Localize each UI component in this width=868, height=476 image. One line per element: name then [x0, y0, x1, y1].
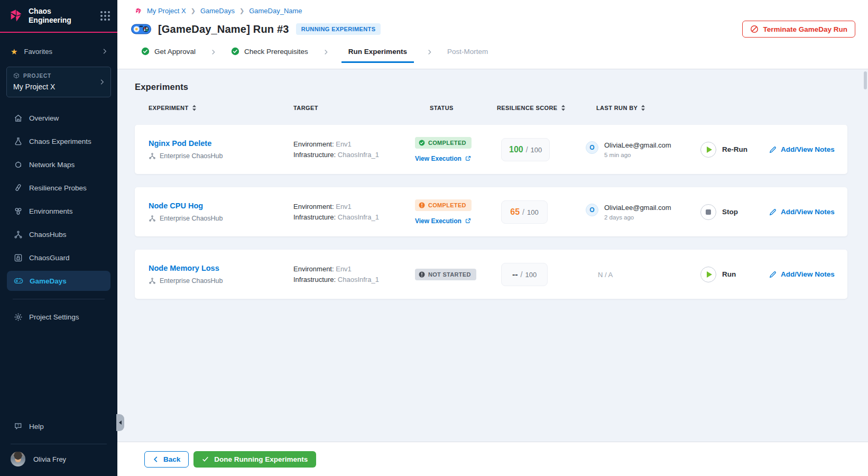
sort-icon[interactable]: [561, 105, 566, 111]
breadcrumb-project[interactable]: My Project X: [147, 7, 186, 15]
chevron-right-icon: ❯: [239, 7, 244, 14]
title-row: [GameDay_Name] Run #3 RUNNING EXPERIMENT…: [131, 21, 855, 38]
environment-value: Env1: [336, 265, 352, 273]
score-cell: 65 / 100: [501, 200, 586, 224]
experiment-row: Node Memory Loss Enterprise ChaosHub Env…: [135, 250, 847, 299]
user-profile[interactable]: Olivia Frey: [0, 444, 117, 476]
app-brand: Chaos Engineering: [0, 0, 117, 33]
flask-icon: [14, 137, 23, 146]
column-resilience-score: RESILIENCE SCORE: [497, 105, 586, 111]
probe-icon: [14, 184, 23, 193]
hub-icon: [149, 215, 156, 222]
sidebar-item-favorites[interactable]: ★ Favorites: [0, 45, 117, 57]
stop-icon: [706, 209, 711, 215]
footer-bar: Back Done Running Experiments: [117, 442, 868, 476]
project-selector[interactable]: PROJECT My Project X: [6, 67, 111, 97]
column-status: STATUS: [415, 105, 501, 111]
add-view-notes-link[interactable]: Add/View Notes: [769, 145, 847, 153]
environments-icon: [14, 207, 23, 216]
resilience-score-box: -- / 100: [501, 263, 548, 286]
step-post-mortem[interactable]: Post-Mortem: [445, 48, 490, 63]
sidebar-item-help[interactable]: ? Help: [7, 416, 110, 436]
sidebar-item-chaoshubs[interactable]: ChaosHubs: [7, 224, 110, 244]
sidebar-item-environments[interactable]: Environments: [7, 201, 110, 221]
favorites-label: Favorites: [24, 48, 52, 56]
chevron-right-icon: ❯: [191, 7, 196, 14]
module-grid-icon[interactable]: [100, 11, 110, 21]
add-view-notes-link[interactable]: Add/View Notes: [769, 208, 847, 216]
sidebar-item-resilience-probes[interactable]: Resilience Probes: [7, 178, 110, 198]
experiment-name-link[interactable]: Node CPU Hog: [149, 202, 293, 210]
run-time: 2 days ago: [604, 214, 671, 221]
last-run-by-cell: N / A: [586, 270, 700, 279]
pen-icon: [769, 271, 777, 278]
gear-icon: [14, 313, 23, 322]
chevron-right-icon: [98, 78, 106, 86]
experiment-name-link[interactable]: Node Memory Loss: [149, 264, 293, 272]
info-circle-icon: [419, 271, 425, 278]
chaos-mini-logo-icon: [135, 7, 142, 15]
view-execution-link[interactable]: View Execution: [415, 217, 501, 225]
sidebar-collapse-handle[interactable]: [116, 414, 124, 431]
run-stepper: Get Approval Check Prerequisites Run Exp…: [139, 45, 855, 63]
step-get-approval[interactable]: Get Approval: [139, 47, 198, 63]
back-button[interactable]: Back: [144, 451, 189, 468]
sidebar-item-overview[interactable]: Overview: [7, 108, 110, 128]
sort-icon[interactable]: [641, 105, 645, 111]
breadcrumb-gameday-name[interactable]: GameDay_Name: [249, 7, 302, 15]
cube-icon: [13, 72, 20, 79]
last-run-by-cell: O OliviaLee@gmail.com 5 min ago: [586, 141, 700, 158]
sidebar-item-project-settings[interactable]: Project Settings: [7, 307, 110, 327]
rerun-button[interactable]: [700, 142, 716, 158]
experiment-row: Nginx Pod Delete Enterprise ChaosHub Env…: [135, 125, 847, 174]
sidebar-item-gamedays[interactable]: GameDays: [7, 271, 110, 291]
infrastructure-value: ChaosInfra_1: [338, 151, 379, 159]
experiments-section: Experiments EXPERIMENT TARGET STATUS RES…: [117, 69, 868, 442]
check-circle-icon: [231, 47, 239, 56]
section-heading: Experiments: [135, 82, 868, 92]
star-icon: ★: [11, 48, 17, 56]
run-by-email: OliviaLee@gmail.com: [604, 204, 671, 212]
chevron-right-icon: [210, 49, 217, 56]
sidebar-item-chaos-experiments[interactable]: Chaos Experiments: [7, 131, 110, 151]
resilience-score-box: 100 / 100: [501, 138, 550, 161]
add-view-notes-link[interactable]: Add/View Notes: [769, 270, 847, 278]
scrollbar-thumb[interactable]: [864, 71, 867, 89]
not-available-text: N / A: [586, 271, 613, 279]
external-link-icon: [465, 218, 471, 224]
terminate-gameday-run-button[interactable]: Terminate GameDay Run: [742, 21, 855, 38]
experiment-cell: Nginx Pod Delete Enterprise ChaosHub: [149, 139, 293, 160]
done-running-experiments-button[interactable]: Done Running Experiments: [193, 451, 316, 468]
avatar: O: [586, 141, 598, 154]
infrastructure-value: ChaosInfra_1: [338, 276, 379, 283]
column-experiment: EXPERIMENT: [149, 105, 293, 111]
stop-button[interactable]: [700, 204, 716, 220]
sidebar-nav: Overview Chaos Experiments Network Maps …: [0, 108, 117, 291]
experiment-name-link[interactable]: Nginx Pod Delete: [149, 139, 293, 148]
run-button[interactable]: [700, 267, 716, 282]
status-cell: COMPLETED View Execution: [415, 137, 501, 162]
help-chat-icon: ?: [14, 422, 23, 431]
sort-icon[interactable]: [192, 105, 197, 111]
step-run-experiments[interactable]: Run Experiments: [341, 48, 414, 63]
resilience-score-box: 65 / 100: [501, 200, 548, 224]
chevron-right-icon: [426, 49, 433, 56]
sidebar: Chaos Engineering ★ Favorites PROJECT My…: [0, 0, 117, 476]
user-avatar: [11, 452, 25, 466]
run-time: 5 min ago: [604, 152, 671, 158]
external-link-icon: [465, 155, 471, 161]
step-check-prerequisites[interactable]: Check Prerequisites: [229, 47, 310, 63]
action-cell: Run: [700, 267, 769, 282]
hub-name: Enterprise ChaosHub: [160, 152, 223, 160]
view-execution-link[interactable]: View Execution: [415, 155, 501, 162]
gamepad-icon: [14, 276, 23, 286]
target-cell: Environment: Env1 Infrastructure: ChaosI…: [293, 264, 415, 285]
play-icon: [707, 147, 712, 153]
hub-name: Enterprise ChaosHub: [160, 215, 223, 222]
sidebar-item-network-maps[interactable]: Network Maps: [7, 154, 110, 175]
breadcrumb-gamedays[interactable]: GameDays: [200, 7, 235, 15]
sidebar-item-chaosguard[interactable]: ChaosGuard: [7, 248, 110, 268]
run-by-email: OliviaLee@gmail.com: [604, 141, 671, 149]
status-pill: NOT STARTED: [415, 269, 476, 280]
experiment-cell: Node Memory Loss Enterprise ChaosHub: [149, 264, 293, 285]
